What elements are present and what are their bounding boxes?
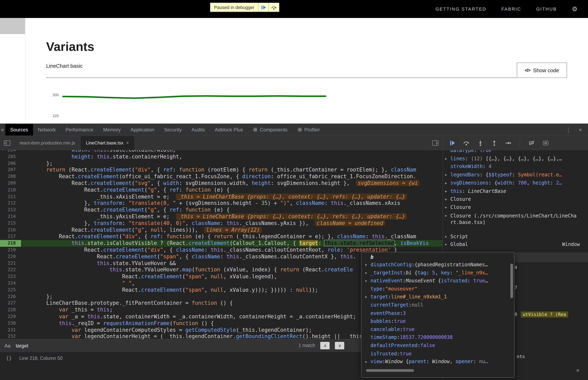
expand-arrow-icon[interactable]: ▸ bbox=[445, 240, 450, 248]
pause-on-exceptions-button[interactable] bbox=[543, 140, 548, 146]
line-number[interactable]: 208 bbox=[0, 173, 21, 180]
scope-row[interactable]: ▸Closure bbox=[443, 195, 588, 203]
breakpoint-fragment[interactable]: 4 bbox=[514, 263, 588, 271]
devtools-tab-audits[interactable]: Audits bbox=[187, 124, 210, 135]
devtools-tab-security[interactable]: Security bbox=[159, 124, 187, 135]
line-number[interactable]: 223 bbox=[0, 273, 21, 280]
expand-arrow-icon[interactable]: ▸ bbox=[445, 155, 450, 163]
line-number[interactable]: 222 bbox=[0, 267, 21, 273]
line-number[interactable]: 221 bbox=[0, 260, 21, 267]
match-case-toggle[interactable]: Aa bbox=[4, 343, 10, 348]
expand-arrow-icon[interactable]: ▸ bbox=[445, 211, 450, 220]
line-number[interactable]: 231 bbox=[0, 327, 21, 333]
nav-link-fabric[interactable]: FABRIC bbox=[502, 6, 521, 12]
deactivate-breakpoints-button[interactable] bbox=[529, 140, 535, 146]
expand-arrow-icon[interactable]: ▸ bbox=[445, 232, 450, 240]
show-code-button[interactable]: </> Show code bbox=[517, 62, 567, 78]
nav-link-github[interactable]: GITHUB bbox=[536, 6, 557, 12]
expand-arrow-icon[interactable]: ▸ bbox=[445, 203, 450, 211]
nav-link-getting-started[interactable]: GETTING STARTED bbox=[435, 6, 486, 12]
devtools-tab-performance[interactable]: Performance bbox=[61, 124, 98, 135]
settings-gear-icon[interactable]: ⚙ bbox=[572, 5, 577, 13]
step-over-button[interactable] bbox=[463, 140, 469, 146]
scope-row[interactable]: ▸legendBars: {$$typeof: Symbol(react.e… bbox=[443, 171, 588, 179]
overflow-menu-icon[interactable]: ⋮ bbox=[566, 126, 571, 133]
popover-row[interactable]: ▸_targetInst: bi {tag: 5, key: "_line_n9… bbox=[365, 269, 514, 277]
step-over-button-badge[interactable] bbox=[269, 3, 279, 12]
line-number[interactable]: 212 bbox=[0, 200, 21, 207]
line-number[interactable]: 228 bbox=[0, 307, 21, 313]
line-number[interactable]: 217 bbox=[0, 233, 21, 240]
devtools-tab-network[interactable]: Network bbox=[33, 124, 61, 135]
line-number-gutter[interactable]: 2042052062072082092102112122132142152162… bbox=[0, 150, 21, 339]
step-into-button[interactable] bbox=[477, 140, 483, 146]
line-number[interactable]: 229 bbox=[0, 313, 21, 320]
close-icon[interactable]: × bbox=[576, 367, 579, 374]
expand-arrow-icon[interactable]: ▸ bbox=[365, 269, 371, 277]
line-number[interactable]: 216 bbox=[0, 227, 21, 233]
expand-arrow-icon[interactable]: ▸ bbox=[445, 179, 450, 187]
line-number[interactable]: 213 bbox=[0, 207, 21, 213]
editor-options-icon[interactable] bbox=[432, 136, 442, 150]
file-tab-react-dom-production-min-js[interactable]: react-dom.production.min.js bbox=[14, 136, 81, 150]
devtools-tab-sources[interactable]: Sources bbox=[5, 124, 33, 135]
resume-button[interactable] bbox=[449, 140, 455, 146]
expand-arrow-icon[interactable]: ▸ bbox=[365, 277, 371, 285]
step-button[interactable] bbox=[505, 140, 511, 146]
pretty-print-button[interactable]: {} bbox=[6, 355, 12, 361]
devtools-tab-memory[interactable]: Memory bbox=[98, 124, 126, 135]
file-tab-linechart-base-tsx[interactable]: LineChart.base.tsx× bbox=[81, 136, 134, 150]
navigator-toggle-icon[interactable] bbox=[0, 136, 14, 150]
line-number[interactable]: 225 bbox=[0, 287, 21, 293]
devtools-tab-adblock-plus[interactable]: Adblock Plus bbox=[210, 124, 248, 135]
scope-row[interactable]: ▸Script bbox=[443, 232, 588, 240]
line-number[interactable]: 224 bbox=[0, 280, 21, 287]
line-number[interactable]: 215 bbox=[0, 220, 21, 227]
close-file-tab-icon[interactable]: × bbox=[126, 140, 129, 146]
devtools-tab-components[interactable]: Components bbox=[248, 124, 292, 135]
step-out-button[interactable] bbox=[491, 140, 497, 146]
search-input[interactable] bbox=[15, 342, 294, 349]
popover-row[interactable]: ▸view: Window {parent: Window, opener: n… bbox=[365, 358, 514, 366]
line-number[interactable]: 205 bbox=[0, 153, 21, 160]
line-number[interactable]: 220 bbox=[0, 253, 21, 260]
line-number[interactable]: 211 bbox=[0, 193, 21, 200]
popover-row[interactable]: ▸dispatchConfig: {phasedRegistrationName… bbox=[365, 261, 514, 269]
line-number[interactable]: 219 bbox=[0, 247, 21, 253]
popover-row[interactable]: ▸nativeEvent: MouseEvent {isTrusted: tru… bbox=[365, 277, 514, 285]
devtools-tab-application[interactable]: Application bbox=[126, 124, 159, 135]
devtools-tab-profiler[interactable]: Profiler bbox=[292, 124, 325, 135]
line-number[interactable]: 204 bbox=[0, 150, 21, 153]
line-number[interactable]: 232 bbox=[0, 333, 21, 339]
devtools-tab-clipped[interactable]: e bbox=[0, 124, 5, 135]
breakpoint-fragment[interactable]: 8utVisible ? (Rea bbox=[514, 310, 588, 319]
expand-arrow-icon[interactable]: ▸ bbox=[445, 171, 450, 179]
scope-row[interactable]: ▸Closure (./src/components/LineChart/Lin… bbox=[443, 211, 588, 232]
search-next-button[interactable]: ∨ bbox=[335, 342, 344, 349]
line-number[interactable]: 207 bbox=[0, 167, 21, 173]
line-number[interactable]: 214 bbox=[0, 213, 21, 220]
devtools-close-icon[interactable]: × bbox=[579, 127, 582, 133]
line-number[interactable]: 206 bbox=[0, 160, 21, 167]
expand-arrow-icon[interactable]: ▸ bbox=[365, 358, 371, 366]
breakpoint-fragment[interactable]: 7 bbox=[514, 283, 588, 291]
expand-arrow-icon[interactable]: ▸ bbox=[445, 187, 450, 195]
line-number[interactable]: 226 bbox=[0, 293, 21, 300]
resume-script-button[interactable] bbox=[258, 3, 269, 12]
line-number[interactable]: 209 bbox=[0, 180, 21, 187]
popover-vertical-scrollbar[interactable] bbox=[510, 264, 513, 298]
expand-arrow-icon[interactable]: ▸ bbox=[365, 261, 371, 269]
scope-row[interactable]: ▸GlobalWindow bbox=[443, 240, 588, 248]
line-number[interactable]: 227 bbox=[0, 300, 21, 307]
line-number[interactable]: 230 bbox=[0, 320, 21, 327]
scope-row[interactable]: ▸svgDimensions: {width: 700, height: 2… bbox=[443, 179, 588, 187]
popover-horizontal-scrollbar[interactable] bbox=[366, 369, 414, 372]
expand-arrow-icon[interactable]: ▸ bbox=[445, 195, 450, 203]
scope-row[interactable]: ▸Closure bbox=[443, 203, 588, 211]
scope-row[interactable]: ▸this: LineChartBase bbox=[443, 187, 588, 195]
scope-row[interactable]: ▸lines: (12) [{…}, {…}, {…}, {…}, {…},… bbox=[443, 155, 588, 163]
popover-row[interactable]: ▸target: line#_line_n9xkm1_1 bbox=[365, 293, 514, 301]
line-number[interactable]: 218 bbox=[0, 240, 21, 247]
search-previous-button[interactable]: ∧ bbox=[320, 342, 330, 349]
expand-arrow-icon[interactable]: ▸ bbox=[365, 293, 371, 301]
